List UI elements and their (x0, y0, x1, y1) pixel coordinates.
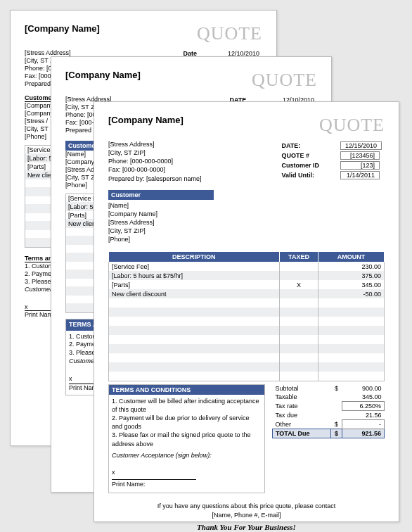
sender-address2: [City, ST ZIP] (108, 148, 202, 157)
table-row (109, 308, 385, 317)
cell-taxed (280, 344, 318, 353)
table-row (109, 326, 385, 335)
cell-taxed (280, 326, 318, 335)
cell-taxed (280, 335, 318, 344)
footer-line2: [Name, Phone #, E-mail] (108, 511, 385, 520)
subtotal-label: Subtotal (273, 384, 331, 393)
cell-amount (318, 353, 384, 362)
meta-customer-value: [123] (340, 161, 380, 170)
meta-date-value: 12/15/2010 (340, 141, 382, 150)
table-row (109, 372, 385, 381)
acceptance-label: Customer Acceptance (sign below): (112, 451, 262, 460)
meta-valid-label: Valid Until: (280, 171, 337, 179)
terms-line: 3. Please fax or mail the signed price q… (112, 431, 262, 448)
cell-amount: 230.00 (318, 262, 384, 271)
taxrate-label: Tax rate (273, 401, 331, 410)
cell-description: New client discount (109, 289, 280, 298)
cell-amount (318, 308, 384, 317)
meta-quote-value: [123456] (340, 151, 380, 160)
subtotal-value: 900.00 (342, 384, 385, 393)
customer-city: [City, ST ZIP] (108, 227, 385, 235)
cell-taxed (280, 353, 318, 362)
cell-amount: -50.00 (318, 289, 384, 298)
sender-address1: [Stress Address] (108, 140, 202, 148)
line-items-table: DESCRIPTION TAXED AMOUNT [Service Fee]23… (108, 252, 385, 381)
col-amount: AMOUNT (318, 252, 384, 262)
table-row: [Service Fee]230.00 (109, 262, 385, 271)
customer-header: Customer (108, 190, 214, 200)
taxrate-value: 6.250% (342, 401, 385, 410)
cell-description: [Parts] (109, 280, 280, 289)
print-name-label: Print Name: (112, 480, 262, 488)
customer-name: [Name] (108, 201, 385, 210)
table-row (109, 317, 385, 326)
table-row: [Labor: 5 hours at $75/hr]375.00 (109, 271, 385, 280)
table-row (109, 362, 385, 372)
terms-line: 2. Payment will be due prior to delivery… (112, 414, 262, 431)
signature-x: x (112, 468, 262, 476)
company-name: [Company Name] (65, 70, 141, 80)
total-value: 921.56 (342, 429, 385, 438)
cell-amount (318, 335, 384, 344)
meta-date-label: DATE: (280, 141, 337, 150)
terms-line: 1. Customer will be billed after indicat… (112, 397, 262, 414)
table-row (109, 344, 385, 353)
sender-block: [Stress Address] [City, ST ZIP] Phone: [… (108, 140, 202, 183)
terms-header: TERMS AND CONDITIONS (109, 385, 264, 395)
cell-description (109, 298, 280, 308)
taxdue-label: Tax due (273, 410, 331, 419)
thank-you: Thank You For Your Business! (108, 522, 385, 532)
table-row: [Parts]X345.00 (109, 280, 385, 289)
cell-description (109, 317, 280, 326)
other-value: - (342, 419, 385, 429)
customer-block: [Name] [Company Name] [Stress Address] [… (108, 201, 385, 244)
customer-company: [Company Name] (108, 210, 385, 218)
other-label: Other (273, 419, 331, 429)
col-taxed: TAXED (280, 252, 318, 262)
taxable-label: Taxable (273, 393, 331, 402)
meta-customer-label: Customer ID (280, 161, 337, 170)
table-row: New client discount-50.00 (109, 289, 385, 298)
cell-taxed (280, 308, 318, 317)
table-row (109, 298, 385, 308)
taxdue-value: 21.56 (342, 410, 385, 419)
quote-page-front: [Company Name] QUOTE [Stress Address] [C… (94, 101, 399, 522)
cell-description (109, 326, 280, 335)
sender-phone: Phone: [000-000-0000] (108, 157, 202, 165)
cell-taxed: X (280, 280, 318, 289)
cell-amount (318, 326, 384, 335)
table-row (109, 335, 385, 344)
cell-description (109, 353, 280, 362)
cell-description (109, 335, 280, 344)
cell-taxed (280, 298, 318, 308)
taxable-value: 345.00 (342, 393, 385, 402)
cell-taxed (280, 262, 318, 271)
cell-description: [Labor: 5 hours at $75/hr] (109, 271, 280, 280)
cell-amount: 375.00 (318, 271, 384, 280)
cell-taxed (280, 289, 318, 298)
meta-block: DATE:12/15/2010 QUOTE #[123456] Customer… (278, 140, 385, 183)
cell-taxed (280, 271, 318, 280)
cell-amount (318, 372, 384, 381)
cell-amount (318, 362, 384, 372)
footer-line1: If you have any questions about this pri… (108, 502, 385, 511)
cell-description (109, 372, 280, 381)
footer: If you have any questions about this pri… (108, 502, 385, 532)
prepared-by: Prepared by: [salesperson name] (108, 175, 202, 183)
quote-title: QUOTE (319, 115, 385, 136)
quote-title: QUOTE (252, 70, 317, 91)
quote-title: QUOTE (197, 23, 262, 44)
meta-valid-value: 1/14/2011 (340, 171, 380, 179)
cell-amount (318, 344, 384, 353)
company-name: [Company Name] (108, 115, 184, 125)
meta-quote-label: QUOTE # (280, 151, 337, 160)
cell-description (109, 308, 280, 317)
totals-block: Subtotal$900.00 Taxable345.00 Tax rate6.… (272, 384, 385, 438)
cell-description (109, 344, 280, 353)
col-description: DESCRIPTION (109, 252, 280, 262)
cell-amount (318, 317, 384, 326)
cell-amount: 345.00 (318, 280, 384, 289)
cell-taxed (280, 372, 318, 381)
cell-description: [Service Fee] (109, 262, 280, 271)
customer-address: [Stress Address] (108, 218, 385, 227)
